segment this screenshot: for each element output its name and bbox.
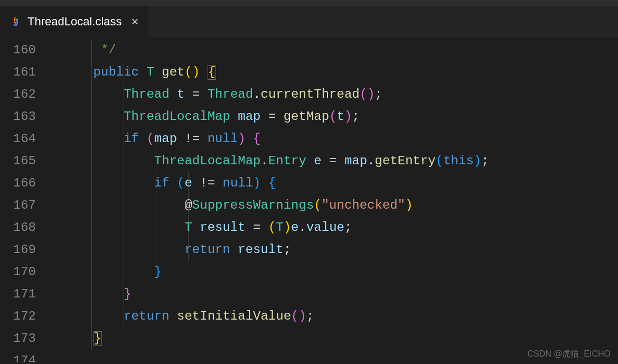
line-number: 167 bbox=[0, 194, 36, 217]
title-bar bbox=[0, 0, 618, 6]
tab-label: ThreadLocal.class bbox=[27, 15, 122, 29]
line-number: 161 bbox=[0, 61, 36, 83]
line-number: 171 bbox=[0, 283, 36, 305]
code-line-171[interactable]: } bbox=[63, 283, 618, 305]
code-line-164[interactable]: if (map != null) { bbox=[63, 128, 618, 150]
tab-bar: J ThreadLocal.class × bbox=[0, 6, 618, 37]
watermark: CSDN @虎猫_EICHO bbox=[527, 349, 611, 360]
line-number: 166 bbox=[0, 172, 36, 194]
line-number: 162 bbox=[0, 83, 36, 106]
code-area[interactable]: */ public T get() { Thread t = Thread.cu… bbox=[52, 37, 618, 364]
code-line-161[interactable]: public T get() { bbox=[63, 61, 618, 83]
svg-text:J: J bbox=[13, 17, 18, 28]
editor[interactable]: 160 161 162 163 164 165 166 167 168 169 … bbox=[0, 37, 618, 364]
line-number: 169 bbox=[0, 239, 36, 261]
code-line-169[interactable]: return result; bbox=[63, 239, 618, 261]
code-line-163[interactable]: ThreadLocalMap map = getMap(t); bbox=[63, 106, 618, 128]
code-line-165[interactable]: ThreadLocalMap.Entry e = map.getEntry(th… bbox=[63, 150, 618, 172]
code-line-166[interactable]: if (e != null) { bbox=[63, 172, 618, 194]
code-line-160[interactable]: */ bbox=[63, 39, 618, 61]
line-number: 172 bbox=[0, 305, 36, 328]
line-number: 173 bbox=[0, 328, 36, 350]
line-number: 164 bbox=[0, 128, 36, 150]
code-line-172[interactable]: return setInitialValue(); bbox=[63, 305, 618, 328]
java-icon: J bbox=[10, 15, 22, 28]
line-number: 168 bbox=[0, 217, 36, 239]
line-number: 160 bbox=[0, 39, 36, 61]
line-number: 170 bbox=[0, 261, 36, 283]
line-number: 165 bbox=[0, 150, 36, 172]
code-line-170[interactable]: } bbox=[63, 261, 618, 283]
line-gutter: 160 161 162 163 164 165 166 167 168 169 … bbox=[0, 37, 52, 364]
tab-threadlocal[interactable]: J ThreadLocal.class × bbox=[0, 6, 148, 37]
code-line-162[interactable]: Thread t = Thread.currentThread(); bbox=[63, 83, 618, 106]
code-line-173[interactable]: } bbox=[63, 328, 618, 350]
code-line-167[interactable]: @SuppressWarnings("unchecked") bbox=[63, 194, 618, 217]
line-number: 163 bbox=[0, 106, 36, 128]
code-line-168[interactable]: T result = (T)e.value; bbox=[63, 217, 618, 239]
line-number: 174 bbox=[0, 350, 36, 362]
close-icon[interactable]: × bbox=[132, 14, 139, 29]
